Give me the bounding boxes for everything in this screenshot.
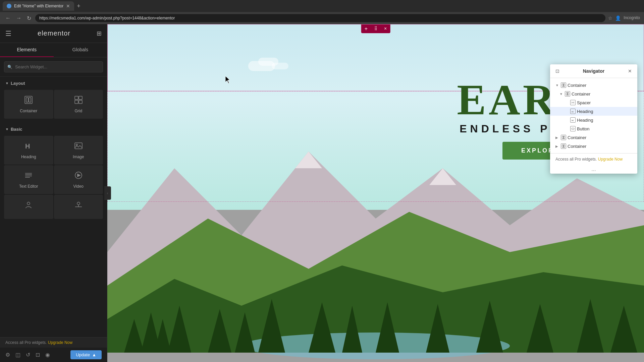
- nav-container3-icon: [561, 143, 566, 149]
- layers-icon[interactable]: ◫: [15, 352, 20, 358]
- nav-item-button[interactable]: ▶ Button: [550, 124, 637, 133]
- collapse-sidebar-button[interactable]: ‹: [104, 186, 111, 200]
- canvas-area[interactable]: + ⣿ × EARTH ENDLESS POTENTIA EXPLORE ⊡: [107, 24, 644, 362]
- container-icon: [24, 95, 33, 106]
- widget-container[interactable]: Container: [4, 90, 53, 119]
- navigator-dots: ...: [550, 165, 637, 174]
- hamburger-icon[interactable]: ☰: [5, 29, 11, 38]
- nav-item-container-root[interactable]: ▼ Container: [550, 81, 637, 89]
- svg-rect-54: [564, 145, 565, 147]
- svg-point-9: [76, 144, 77, 145]
- responsive-icon[interactable]: ⊡: [36, 352, 40, 358]
- widget-icon-1[interactable]: [4, 195, 53, 219]
- grid-icon-widget: [74, 95, 83, 106]
- video-label: Video: [73, 184, 84, 189]
- nav-container3-chevron: ▶: [555, 144, 559, 148]
- nav-container2-label: Container: [568, 135, 586, 140]
- heading-icon: H: [24, 141, 33, 152]
- svg-point-16: [27, 202, 30, 205]
- nav-container2-icon: [561, 135, 566, 140]
- text-editor-label: Text Editor: [19, 184, 38, 189]
- svg-marker-21: [295, 152, 322, 168]
- navigator-header: ⊡ Navigator ✕: [550, 64, 637, 78]
- bottom-toolbar: ⚙ ◫ ↺ ⊡ ◉ Update ▲: [0, 348, 107, 362]
- reload-button[interactable]: ↻: [25, 14, 33, 22]
- svg-rect-2: [29, 98, 31, 102]
- update-button[interactable]: Update ▲: [70, 350, 102, 359]
- layout-widgets-grid: Container Grid: [0, 90, 107, 123]
- widget-heading[interactable]: H Heading: [4, 136, 53, 165]
- browser-nav-right: ☆ 👤 Incognito: [608, 15, 640, 21]
- address-bar[interactable]: https://meticsmedia1.com/wp-admin/post.p…: [35, 14, 605, 22]
- basic-widgets-grid: H Heading Image Text Editor: [0, 136, 107, 223]
- divider-icon: [74, 200, 83, 211]
- back-button[interactable]: ←: [4, 14, 12, 22]
- layout-section-header[interactable]: ▼ Layout: [0, 77, 107, 90]
- forward-button[interactable]: →: [15, 14, 23, 22]
- preview-icon[interactable]: ◉: [45, 352, 50, 358]
- nav-upgrade-link[interactable]: Upgrade Now: [598, 157, 623, 162]
- sidebar-tabs: Elements Globals: [0, 43, 107, 57]
- nav-container3-label: Container: [568, 144, 586, 149]
- video-icon: [74, 171, 83, 181]
- nav-heading2-label: Heading: [577, 118, 593, 123]
- navigator-close-button[interactable]: ✕: [628, 68, 632, 74]
- main-layout: ☰ elementor ⊞ Elements Globals 🔍 ▼ Layou…: [0, 24, 644, 362]
- nav-pro-notice-text: Access all Pro widgets.: [555, 157, 597, 162]
- widget-text-editor[interactable]: Text Editor: [4, 165, 53, 194]
- nav-heading1-label: Heading: [577, 109, 593, 114]
- widget-video[interactable]: Video: [54, 165, 103, 194]
- nav-spacer-label: Spacer: [577, 100, 591, 105]
- nav-button-icon: [570, 126, 576, 131]
- browser-tab-active[interactable]: Edit "Home" with Elementor ✕: [3, 1, 74, 11]
- basic-section-header[interactable]: ▼ Basic: [0, 123, 107, 136]
- settings-icon[interactable]: ⚙: [5, 352, 10, 358]
- basic-section-label: Basic: [11, 127, 22, 132]
- search-input[interactable]: [4, 61, 103, 72]
- grid-icon[interactable]: ⊞: [97, 30, 102, 37]
- upgrade-link[interactable]: Upgrade Now: [48, 340, 72, 345]
- image-icon: [74, 141, 83, 152]
- svg-point-17: [77, 202, 80, 205]
- svg-rect-50: [572, 128, 574, 129]
- svg-rect-8: [75, 143, 82, 149]
- nav-item-container-child[interactable]: ▼ Container: [550, 89, 637, 98]
- tab-elements[interactable]: Elements: [0, 43, 54, 57]
- nav-item-heading-1[interactable]: ▶ H Heading: [550, 107, 637, 116]
- nav-item-heading-2[interactable]: ▶ H Heading: [550, 116, 637, 124]
- search-container: 🔍: [0, 57, 107, 77]
- nav-item-container-3[interactable]: ▶ Container: [550, 142, 637, 150]
- history-icon[interactable]: ↺: [26, 352, 30, 358]
- update-chevron-icon: ▲: [92, 352, 96, 357]
- tab-close-button[interactable]: ✕: [66, 3, 70, 9]
- nav-item-container-2[interactable]: ▶ Container: [550, 133, 637, 142]
- left-sidebar: ☰ elementor ⊞ Elements Globals 🔍 ▼ Layou…: [0, 24, 107, 362]
- basic-chevron-icon: ▼: [5, 127, 9, 131]
- browser-nav: ← → ↻ https://meticsmedia1.com/wp-admin/…: [0, 12, 644, 24]
- heading-label: Heading: [21, 155, 36, 159]
- profile-icon[interactable]: 👤: [615, 15, 621, 21]
- new-tab-button[interactable]: +: [74, 3, 83, 10]
- text-editor-icon: [24, 171, 33, 181]
- browser-chrome: Edit "Home" with Elementor ✕ + ← → ↻ htt…: [0, 0, 644, 24]
- nav-spacer-icon: [570, 100, 576, 105]
- nav-container2-chevron: ▶: [555, 136, 559, 139]
- cloud-3: [272, 63, 288, 69]
- widget-grid[interactable]: Grid: [54, 90, 103, 119]
- widgets-container: ▼ Layout Container Grid: [0, 77, 107, 362]
- pro-notice-text: Access all Pro widgets.: [5, 340, 47, 345]
- toolbar-left: ⚙ ◫ ↺ ⊡ ◉: [5, 352, 50, 358]
- grid-label: Grid: [74, 109, 82, 113]
- widget-image[interactable]: Image: [54, 136, 103, 165]
- svg-rect-1: [26, 98, 28, 102]
- nav-item-spacer[interactable]: ▶ Spacer: [550, 98, 637, 107]
- tab-globals[interactable]: Globals: [54, 43, 107, 57]
- bookmark-icon[interactable]: ☆: [608, 15, 612, 21]
- browser-tabs: Edit "Home" with Elementor ✕ +: [0, 0, 644, 12]
- widget-icon-2[interactable]: [54, 195, 103, 219]
- bottom-bar: Access all Pro widgets. Upgrade Now ⚙ ◫ …: [0, 337, 107, 362]
- nav-container-root-label: Container: [568, 83, 586, 88]
- navigator-footer: Access all Pro widgets. Upgrade Now: [550, 153, 637, 165]
- elementor-logo: elementor: [38, 29, 70, 37]
- svg-rect-43: [566, 93, 568, 95]
